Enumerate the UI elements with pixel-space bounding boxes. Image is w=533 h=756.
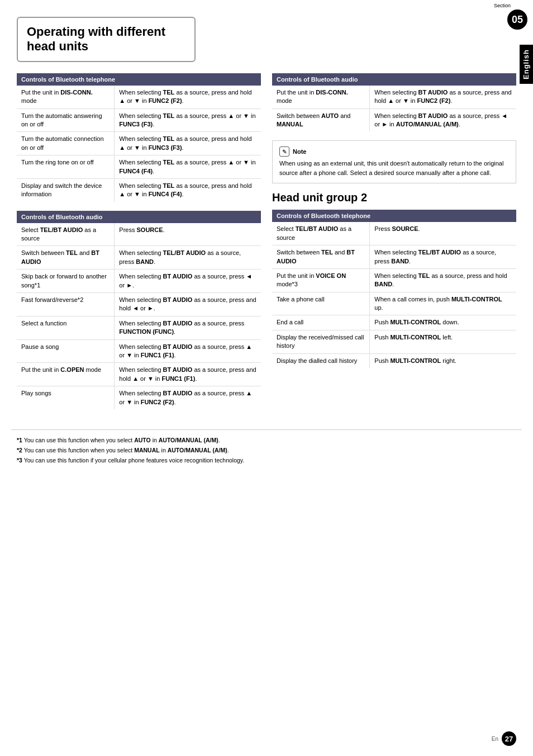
desc-cell: When selecting TEL as a source, press ▲ … [115,155,261,179]
desc-cell: When selecting TEL/BT AUDIO as a source,… [115,246,261,270]
desc-cell: Push MULTI-CONTROL right. [370,353,516,368]
language-label: English [520,45,533,84]
page: Section 05 English Operating with differ… [0,0,533,756]
action-cell: Put the unit in C.OPEN mode [17,363,115,386]
action-cell: Display the received/missed call history [272,330,370,353]
note-box: ✎ Note When using as an external unit, t… [272,140,516,183]
desc-cell: Press SOURCE. [115,223,261,246]
page-number: 27 [502,731,516,746]
action-cell: Display and switch the device informatio… [17,178,115,201]
action-cell: Pause a song [17,339,115,363]
note-icon: ✎ [279,147,289,157]
table-row: Pause a songWhen selecting BT AUDIO as a… [17,339,261,363]
action-cell: Switch between TEL and BT AUDIO [272,245,370,269]
action-cell: Put the unit in VOICE ON mode*3 [272,268,370,292]
table-row: Switch between TEL and BT AUDIOWhen sele… [272,245,516,269]
desc-cell: Push MULTI-CONTROL left. [370,330,516,353]
desc-cell: When selecting BT AUDIO as a source, pre… [370,86,516,108]
table-row: Put the unit in DIS-CONN. modeWhen selec… [17,86,261,108]
page-number-area: En 27 [492,731,516,746]
bt-audio-header-right: Controls of Bluetooth audio [272,73,516,86]
desc-cell: When selecting BT AUDIO as a source, pre… [115,270,261,293]
action-cell: Turn the automatic connection on or off [17,132,115,155]
desc-cell: When selecting BT AUDIO as a source, pre… [115,316,261,339]
desc-cell: Push MULTI-CONTROL down. [370,315,516,330]
table-row: Display and switch the device informatio… [17,178,261,201]
table-row: Play songsWhen selecting BT AUDIO as a s… [17,386,261,409]
desc-cell: Press SOURCE. [370,222,516,245]
desc-cell: When selecting TEL as a source, press an… [115,86,261,108]
note-title-text: Note [293,147,306,157]
table-row: Turn the automatic connection on or offW… [17,132,261,155]
table-row: Select TEL/BT AUDIO as a sourcePress SOU… [272,222,516,245]
action-cell: Put the unit in DIS-CONN. mode [272,86,370,108]
desc-cell: When selecting TEL as a source, press an… [115,132,261,155]
footnote-item: *3 You can use this function if your cel… [17,456,516,466]
table-row: Display the dialled call historyPush MUL… [272,353,516,368]
table-row: Skip back or forward to another song*1Wh… [17,270,261,293]
footnote-item: *1 You can use this function when you se… [17,436,516,446]
table-row: Put the unit in C.OPEN modeWhen selectin… [17,363,261,386]
page-title: Operating with different head units [27,25,185,54]
action-cell: Switch between TEL and BT AUDIO [17,246,115,270]
action-cell: Select TEL/BT AUDIO as a source [17,223,115,246]
table-row: Display the received/missed call history… [272,330,516,353]
left-column: Controls of Bluetooth telephone Put the … [17,73,261,418]
table-row: Switch between AUTO and MANUALWhen selec… [272,108,516,131]
desc-cell: When selecting BT AUDIO as a source, pre… [115,293,261,316]
bt-telephone-table-2: Controls of Bluetooth telephone Select T… [272,210,516,368]
action-cell: Switch between AUTO and MANUAL [272,108,370,131]
desc-cell: When selecting TEL as a source, press an… [370,268,516,292]
action-cell: Take a phone call [272,292,370,315]
bt-audio-table-left: Controls of Bluetooth audio Select TEL/B… [17,211,261,409]
section-badge: Section 05 [494,0,533,30]
note-title: ✎ Note [279,147,509,157]
table-row: Select TEL/BT AUDIO as a sourcePress SOU… [17,223,261,246]
desc-cell: When a call comes in, push MULTI-CONTROL… [370,292,516,315]
bt-telephone-header: Controls of Bluetooth telephone [17,73,261,86]
table-row: Put the unit in VOICE ON mode*3When sele… [272,268,516,292]
section-number: 05 [507,10,527,30]
table-row: Switch between TEL and BT AUDIOWhen sele… [17,246,261,270]
table-row: Turn the automatic answering on or offWh… [17,108,261,132]
en-label: En [492,736,498,742]
bt-audio-table-right: Controls of Bluetooth audio Put the unit… [272,73,516,132]
desc-cell: When selecting TEL as a source, press ▲ … [115,108,261,132]
table-row: Put the unit in DIS-CONN. modeWhen selec… [272,86,516,108]
right-column: Controls of Bluetooth audio Put the unit… [272,73,516,418]
bt-telephone-table: Controls of Bluetooth telephone Put the … [17,73,261,202]
action-cell: Display the dialled call history [272,353,370,368]
action-cell: Select TEL/BT AUDIO as a source [272,222,370,245]
main-layout: Controls of Bluetooth telephone Put the … [11,73,522,418]
desc-cell: When selecting BT AUDIO as a source, pre… [115,339,261,363]
footnote-item: *2 You can use this function when you se… [17,446,516,456]
action-cell: Play songs [17,386,115,409]
desc-cell: When selecting TEL/BT AUDIO as a source,… [370,245,516,269]
action-cell: Turn the ring tone on or off [17,155,115,179]
table-row: Select a functionWhen selecting BT AUDIO… [17,316,261,339]
action-cell: Select a function [17,316,115,339]
bt-telephone-header-2: Controls of Bluetooth telephone [272,210,516,222]
section-label: Section [494,3,511,8]
head-unit-group2-title: Head unit group 2 [272,191,516,204]
action-cell: Skip back or forward to another song*1 [17,270,115,293]
action-cell: Put the unit in DIS-CONN. mode [17,86,115,108]
desc-cell: When selecting BT AUDIO as a source, pre… [115,363,261,386]
note-text: When using as an external unit, this uni… [279,160,503,176]
action-cell: End a call [272,315,370,330]
footnotes: *1 You can use this function when you se… [11,429,522,471]
action-cell: Fast forward/reverse*2 [17,293,115,316]
table-row: Fast forward/reverse*2When selecting BT … [17,293,261,316]
desc-cell: When selecting TEL as a source, press an… [115,178,261,201]
desc-cell: When selecting BT AUDIO as a source, pre… [115,386,261,409]
table-row: Take a phone callWhen a call comes in, p… [272,292,516,315]
table-row: End a callPush MULTI-CONTROL down. [272,315,516,330]
page-title-box: Operating with different head units [17,17,196,62]
bt-audio-header-left: Controls of Bluetooth audio [17,211,261,223]
table-row: Turn the ring tone on or offWhen selecti… [17,155,261,179]
action-cell: Turn the automatic answering on or off [17,108,115,132]
desc-cell: When selecting BT AUDIO as a source, pre… [370,108,516,131]
